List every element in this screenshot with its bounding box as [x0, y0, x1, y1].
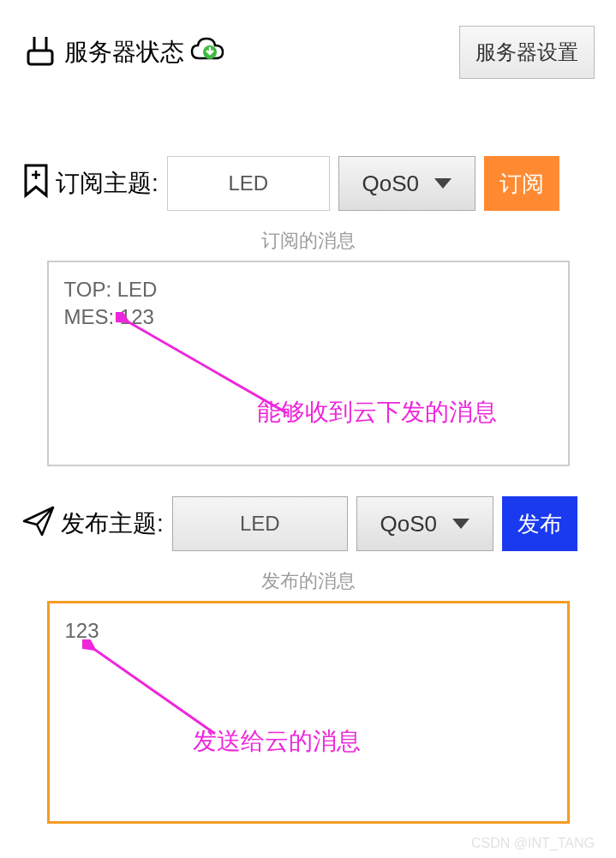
publish-qos-value: QoS0	[380, 511, 438, 537]
watermark-text: CSDN @INT_TANG	[471, 836, 595, 851]
subscribe-msg-top: TOP: LED	[64, 276, 553, 303]
subscribe-button[interactable]: 订阅	[484, 156, 559, 211]
svg-rect-0	[28, 51, 52, 64]
publish-button[interactable]: 发布	[502, 496, 577, 551]
subscribe-qos-value: QoS0	[362, 171, 420, 197]
publish-messages-caption: 发布的消息	[21, 568, 595, 594]
publish-label-group: 发布主题:	[21, 504, 164, 544]
plug-icon	[21, 32, 59, 73]
subscribe-qos-select[interactable]: QoS0	[338, 156, 475, 211]
subscribe-label-group: 订阅主题:	[21, 163, 158, 205]
svg-line-6	[126, 321, 287, 413]
server-status-group: 服务器状态	[21, 32, 225, 73]
publish-message-box[interactable]: 123	[47, 601, 570, 824]
svg-line-7	[93, 648, 215, 734]
subscribe-message-box: TOP: LED MES: 123	[47, 261, 570, 466]
subscribe-topic-input[interactable]	[167, 156, 330, 211]
subscribe-msg-mes: MES: 123	[64, 303, 553, 331]
cloud-status-icon	[189, 35, 225, 69]
subscribe-topic-label: 订阅主题:	[56, 167, 158, 200]
bookmark-icon	[21, 163, 51, 205]
server-settings-button[interactable]: 服务器设置	[459, 26, 595, 79]
publish-qos-select[interactable]: QoS0	[356, 496, 493, 551]
subscribe-messages-caption: 订阅的消息	[21, 228, 595, 254]
paper-plane-icon	[21, 504, 56, 544]
chevron-down-icon	[434, 178, 452, 189]
publish-topic-label: 发布主题:	[61, 507, 164, 540]
server-status-label: 服务器状态	[64, 36, 184, 69]
publish-topic-input[interactable]	[172, 496, 348, 551]
arrow-annotation-icon	[82, 639, 228, 742]
chevron-down-icon	[452, 519, 469, 529]
publish-msg-value: 123	[65, 617, 552, 645]
